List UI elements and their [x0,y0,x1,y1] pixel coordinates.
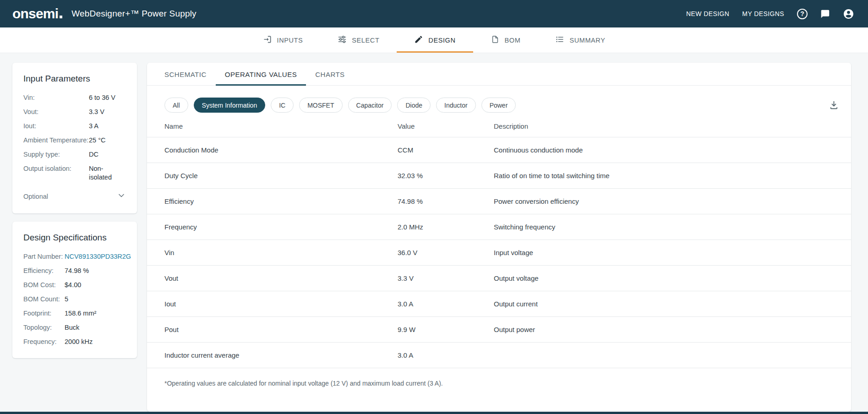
tab-schematic[interactable]: SCHEMATIC [155,63,216,85]
step-inputs[interactable]: INPUTS [246,27,321,53]
cell-name: Inductor current average [147,343,398,368]
step-label: SUMMARY [569,37,605,44]
filter-chip-system-information[interactable]: System Information [194,98,266,113]
table-row: Iout 3.0 A Output current [147,291,851,317]
step-label: BOM [505,37,521,44]
app-title: WebDesigner+™ Power Supply [71,9,197,19]
cell-description: Input voltage [494,240,851,266]
cell-description: Output power [494,317,851,343]
filter-chip-diode[interactable]: Diode [397,98,431,113]
cell-description: Output current [494,291,851,317]
step-label: INPUTS [277,37,303,44]
inputs-icon [263,35,272,45]
list-icon [555,35,564,45]
spec-row-bom-cost: BOM Cost: $4.00 [23,281,126,289]
filter-chip-all[interactable]: All [164,98,188,113]
sidebar: Input Parameters Vin: 6 to 36 V Vout: 3.… [12,63,137,412]
cell-value: 2.0 MHz [398,214,494,240]
table-row: Vout 3.3 V Output voltage [147,266,851,291]
table-row: Pout 9.9 W Output power [147,317,851,343]
cell-description [494,343,851,368]
design-main-panel: SCHEMATIC OPERATING VALUES CHARTS All Sy… [147,63,851,412]
cell-name: Vin [147,240,398,266]
filter-chip-inductor[interactable]: Inductor [436,98,476,113]
cell-value: 9.9 W [398,317,494,343]
param-row-vin: Vin: 6 to 36 V [23,93,126,102]
table-row: Vin 36.0 V Input voltage [147,240,851,266]
tune-icon [338,35,347,45]
app-header: onsemi WebDesigner+™ Power Supply NEW DE… [0,0,868,27]
chevron-down-icon [117,191,126,202]
cell-value: 36.0 V [398,240,494,266]
cell-value: 32.03 % [398,163,494,189]
cell-description: Output voltage [494,266,851,291]
cell-name: Duty Cycle [147,163,398,189]
spec-row-frequency: Frequency: 2000 kHz [23,338,126,346]
cell-value: 3.3 V [398,266,494,291]
spec-row-bom-count: BOM Count: 5 [23,295,126,304]
onsemi-logo[interactable]: onsemi [12,6,62,22]
feedback-icon[interactable] [820,9,830,19]
cell-name: Iout [147,291,398,317]
cell-name: Efficiency [147,189,398,214]
input-parameters-card: Input Parameters Vin: 6 to 36 V Vout: 3.… [12,63,137,213]
cell-name: Pout [147,317,398,343]
cell-description: Continuous conduction mode [494,137,851,163]
optional-toggle[interactable]: Optional [23,191,126,202]
input-parameters-title: Input Parameters [23,74,126,84]
operating-values-table: Name Value Description Conduction Mode C… [147,115,851,368]
cell-description: Switching frequency [494,214,851,240]
cell-value: 74.98 % [398,189,494,214]
spec-row-part-number: Part Number: NCV891330PD33R2G [23,252,126,261]
my-designs-button[interactable]: MY DESIGNS [742,10,784,17]
param-row-ambient-temperature: Ambient Temperature: 25 °C [23,136,126,145]
cell-name: Conduction Mode [147,137,398,163]
cell-value: 3.0 A [398,291,494,317]
filter-chip-ic[interactable]: IC [271,98,294,113]
filter-chip-mosfet[interactable]: MOSFET [299,98,342,113]
step-design[interactable]: DESIGN [397,27,473,53]
operating-values-footnote: *Operating values are calculated for nom… [164,380,839,387]
cell-description: Power conversion efficiency [494,189,851,214]
part-number-link[interactable]: NCV891330PD33R2G [65,252,131,261]
new-design-button[interactable]: NEW DESIGN [686,10,729,17]
download-icon[interactable] [829,100,839,110]
spec-row-topology: Topology: Buck [23,323,126,332]
cell-name: Vout [147,266,398,291]
help-icon[interactable]: ? [797,9,808,19]
table-row: Conduction Mode CCM Continuous conductio… [147,137,851,163]
spec-row-footprint: Footprint: 158.6 mm² [23,309,126,318]
logo-text: onsemi [12,6,58,22]
bottom-bar [0,412,868,414]
header-actions: NEW DESIGN MY DESIGNS ? [686,8,854,20]
column-header-value: Value [398,115,494,137]
filter-chip-capacitor[interactable]: Capacitor [348,98,392,113]
cell-description: Ratio of on time to total switching time [494,163,851,189]
tab-charts[interactable]: CHARTS [306,63,354,85]
table-row: Frequency 2.0 MHz Switching frequency [147,214,851,240]
account-icon[interactable] [843,8,854,20]
page-content: Input Parameters Vin: 6 to 36 V Vout: 3.… [0,53,868,412]
param-row-supply-type: Supply type: DC [23,150,126,159]
param-row-vout: Vout: 3.3 V [23,108,126,116]
logo-dot [60,16,62,18]
design-specifications-title: Design Specifications [23,233,126,243]
design-tabs: SCHEMATIC OPERATING VALUES CHARTS [147,63,851,86]
cell-value: CCM [398,137,494,163]
document-icon [491,35,500,45]
pencil-icon [414,35,423,45]
step-bom[interactable]: BOM [473,27,538,53]
step-summary[interactable]: SUMMARY [538,27,622,53]
design-specifications-card: Design Specifications Part Number: NCV89… [12,222,137,358]
step-label: SELECT [352,37,379,44]
table-header-row: Name Value Description [147,115,851,137]
table-row: Duty Cycle 32.03 % Ratio of on time to t… [147,163,851,189]
param-row-output-isolation: Output isolation: Non-isolated [23,164,126,182]
tab-operating-values[interactable]: OPERATING VALUES [216,63,306,85]
column-header-description: Description [494,115,851,137]
table-row: Inductor current average 3.0 A [147,343,851,368]
filter-chip-power[interactable]: Power [481,98,516,113]
param-row-iout: Iout: 3 A [23,122,126,131]
step-select[interactable]: SELECT [320,27,397,53]
column-header-name: Name [147,115,398,137]
